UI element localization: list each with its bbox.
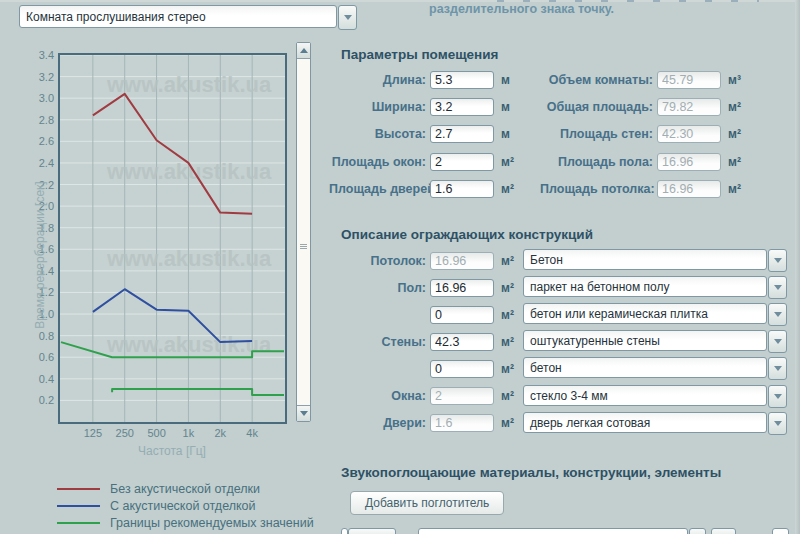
svg-text:3.2: 3.2 xyxy=(39,71,54,83)
ceiling-area-field xyxy=(657,180,721,198)
floor-secondary-material-select[interactable]: бетон или керамическая плитка xyxy=(523,303,787,326)
scroll-down-button[interactable] xyxy=(297,405,310,421)
width-input[interactable] xyxy=(430,98,494,116)
ceiling-material-value[interactable]: Бетон xyxy=(523,249,767,270)
doors-material-row: Двери: м² дверь легкая сотовая xyxy=(329,410,787,437)
total-area-row: Общая площадь: м² xyxy=(540,93,750,120)
walls-secondary-area-input[interactable] xyxy=(430,360,494,378)
total-area-label: Общая площадь: xyxy=(540,100,653,114)
scrollbar-grip[interactable] xyxy=(300,244,307,249)
floor-material-select[interactable]: паркет на бетонном полу xyxy=(523,276,787,299)
room-type-dropdown-arrow[interactable] xyxy=(338,5,357,30)
dropdown-arrow-button[interactable] xyxy=(768,249,787,272)
svg-text:2k: 2k xyxy=(214,427,226,439)
room-type-value[interactable]: Комната прослушивания стерео xyxy=(19,5,337,28)
windows-material-select[interactable]: стекло 3-4 мм xyxy=(523,385,787,408)
chart-scrollbar[interactable] xyxy=(296,42,311,422)
legend-item-untreated: Без акустической отделки xyxy=(57,480,314,497)
svg-text:0.2: 0.2 xyxy=(39,394,54,406)
scroll-up-button[interactable] xyxy=(297,43,310,59)
svg-text:2.8: 2.8 xyxy=(39,114,54,126)
floor-material-value[interactable]: паркет на бетонном полу xyxy=(523,276,767,297)
svg-text:2.6: 2.6 xyxy=(39,135,54,147)
svg-text:2.4: 2.4 xyxy=(39,157,54,169)
unit-label: м² xyxy=(501,335,523,349)
absorber-row-button[interactable] xyxy=(348,528,396,534)
ceiling-label: Потолок: xyxy=(329,254,426,268)
legend-item-treated: С акустической отделкой xyxy=(57,497,314,514)
dropdown-arrow-button[interactable] xyxy=(768,303,787,326)
floor-material-2-row: м² бетон или керамическая плитка xyxy=(329,301,787,328)
walls-secondary-material-select[interactable]: бетон xyxy=(523,357,787,380)
legend-label: Без акустической отделки xyxy=(110,482,260,496)
chevron-down-icon xyxy=(774,366,782,371)
walls-material-value[interactable]: оштукатуренные стены xyxy=(523,330,767,351)
dropdown-arrow-button[interactable] xyxy=(768,276,787,299)
note-text: разделительного знака точку. xyxy=(429,2,614,16)
walls-area-input[interactable] xyxy=(430,333,494,351)
svg-text:Частота [Гц]: Частота [Гц] xyxy=(138,444,206,458)
floor-label: Пол: xyxy=(329,281,426,295)
floor-area-row: Площадь пола: м² xyxy=(540,148,750,175)
room-type-select[interactable]: Комната прослушивания стерео xyxy=(19,5,357,30)
svg-text:0.6: 0.6 xyxy=(39,351,54,363)
room-volume-row: Объем комнаты: м³ xyxy=(540,66,750,93)
unit-label: м² xyxy=(728,155,750,169)
absorber-material-select[interactable] xyxy=(418,528,688,534)
params-section-title: Параметры помещения xyxy=(341,47,498,62)
windows-material-row: Окна: м² стекло 3-4 мм xyxy=(329,382,787,409)
unit-label: м² xyxy=(501,308,523,322)
chart-legend: Без акустической отделки С акустической … xyxy=(57,480,314,532)
svg-text:500: 500 xyxy=(147,427,165,439)
chevron-down-icon xyxy=(774,258,782,263)
dropdown-arrow-button[interactable] xyxy=(768,412,787,435)
unit-label: м² xyxy=(501,362,523,376)
constructions-rows: Потолок: м² Бетон Пол: м² паркет на бето… xyxy=(329,247,787,437)
floor-secondary-area-input[interactable] xyxy=(430,306,494,324)
dropdown-arrow-button[interactable] xyxy=(768,385,787,408)
doors-material-select[interactable]: дверь легкая сотовая xyxy=(523,412,787,435)
chevron-down-icon xyxy=(774,421,782,426)
height-input[interactable] xyxy=(430,125,494,143)
absorber-dropdown-arrow[interactable] xyxy=(689,528,706,534)
doors-material-value[interactable]: дверь легкая сотовая xyxy=(523,412,767,433)
absorber-row-field[interactable] xyxy=(772,528,789,534)
height-label: Высота: xyxy=(329,127,426,141)
floor-area-input[interactable] xyxy=(430,279,494,297)
dropdown-arrow-button[interactable] xyxy=(768,330,787,353)
walls-secondary-material-value[interactable]: бетон xyxy=(523,357,767,378)
walls-material-row: Стены: м² оштукатуренные стены xyxy=(329,328,787,355)
svg-text:www.akustik.ua: www.akustik.ua xyxy=(106,72,272,97)
legend-label: Границы рекомендуемых значений xyxy=(110,516,314,530)
doors-area-input[interactable] xyxy=(430,180,494,198)
svg-text:3.0: 3.0 xyxy=(39,92,54,104)
windows-area-row: Площадь окон: м² xyxy=(329,148,523,175)
doors-area-row: Площадь дверей: м² xyxy=(329,176,523,203)
absorber-row-checkbox[interactable] xyxy=(341,528,348,534)
svg-text:Время реверберации [сек]: Время реверберации [сек] xyxy=(33,181,47,328)
length-input[interactable] xyxy=(430,71,494,89)
unit-label: м² xyxy=(501,254,523,268)
unit-label: м² xyxy=(501,416,523,430)
ceiling-area-input xyxy=(430,252,494,270)
svg-text:0.8: 0.8 xyxy=(39,330,54,342)
walls-material-select[interactable]: оштукатуренные стены xyxy=(523,330,787,353)
dropdown-arrow-button[interactable] xyxy=(768,357,787,380)
scrollbar-track[interactable] xyxy=(297,59,310,405)
ceiling-material-select[interactable]: Бетон xyxy=(523,249,787,272)
walls-area-field xyxy=(657,125,721,143)
unit-label: м² xyxy=(501,182,523,196)
floor-area-label: Площадь пола: xyxy=(540,155,653,169)
windows-area-input[interactable] xyxy=(430,153,494,171)
add-absorber-button[interactable]: Добавить поглотитель xyxy=(350,491,504,515)
windows-area-field xyxy=(430,387,494,405)
svg-text:4k: 4k xyxy=(246,427,258,439)
windows-material-value[interactable]: стекло 3-4 мм xyxy=(523,385,767,406)
chevron-down-icon xyxy=(774,285,782,290)
ceiling-area-label: Площадь потолка: xyxy=(540,182,653,196)
doors-label: Двери: xyxy=(329,416,426,430)
unit-label: м² xyxy=(501,281,523,295)
absorber-row-button-2[interactable] xyxy=(711,528,736,534)
panel-right-edge xyxy=(795,0,800,534)
floor-secondary-material-value[interactable]: бетон или керамическая плитка xyxy=(523,303,767,324)
